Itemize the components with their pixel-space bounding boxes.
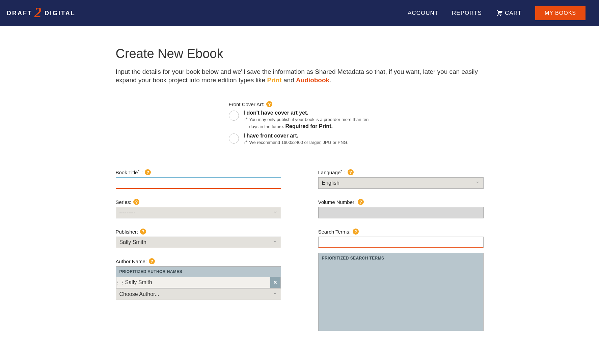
help-icon[interactable]: ?	[149, 258, 155, 264]
field-author: Author Name: ? PRIORITIZED AUTHOR NAMES …	[116, 258, 281, 300]
language-label: Language	[318, 170, 342, 175]
cover-option-have-title: I have front cover art.	[244, 133, 299, 139]
title-rule	[230, 60, 483, 60]
language-value: English	[322, 180, 339, 186]
series-select[interactable]: ---------	[116, 207, 281, 218]
help-icon[interactable]: ?	[358, 199, 364, 205]
nav-reports[interactable]: REPORTS	[452, 10, 482, 17]
cover-option-none-sub: You may only publish if your book is a p…	[249, 117, 371, 130]
search-terms-input[interactable]	[318, 237, 484, 248]
field-search-terms: Search Terms: ? PRIORITIZED SEARCH TERMS	[318, 229, 484, 331]
series-label: Series:	[116, 199, 132, 205]
author-choose-select[interactable]: Choose Author...	[116, 289, 281, 300]
cover-option-none[interactable]: I don't have cover art yet. You may only…	[229, 110, 371, 130]
author-choose-label: Choose Author...	[119, 291, 159, 297]
author-name: Sally Smith	[124, 279, 270, 285]
author-list-item[interactable]: ⋮⋮ Sally Smith ×	[116, 277, 281, 288]
cover-option-have[interactable]: I have front cover art. We recommend 160…	[229, 133, 371, 146]
chevron-down-icon	[475, 180, 480, 186]
intro-print: Print	[267, 77, 281, 84]
volume-input[interactable]	[318, 207, 484, 218]
language-select[interactable]: English	[318, 177, 484, 189]
cart-icon	[495, 9, 503, 18]
help-icon[interactable]: ?	[353, 229, 359, 235]
series-value: ---------	[119, 210, 136, 216]
radio-icon[interactable]	[229, 133, 239, 144]
logo[interactable]: DRAFT 2 DIGITAL	[7, 5, 76, 21]
intro-audio: Audiobook	[296, 77, 329, 84]
search-terms-list-body	[319, 263, 483, 331]
help-icon[interactable]: ?	[140, 229, 146, 235]
app-header: DRAFT 2 DIGITAL ACCOUNT REPORTS CART MY …	[0, 0, 599, 26]
logo-text-right: DIGITAL	[45, 10, 76, 17]
pencil-icon	[244, 117, 248, 130]
field-book-title: Book Title: ?	[116, 169, 281, 189]
volume-label: Volume Number:	[318, 199, 356, 205]
intro-text: Input the details for your book below an…	[116, 68, 484, 84]
logo-text-left: DRAFT	[7, 10, 32, 17]
field-publisher: Publisher: ? Sally Smith	[116, 229, 281, 248]
author-list-header: PRIORITIZED AUTHOR NAMES	[116, 267, 281, 277]
field-language: Language: ? English	[318, 169, 484, 189]
field-volume: Volume Number: ?	[318, 199, 484, 218]
drag-handle-icon[interactable]: ⋮⋮	[116, 280, 124, 285]
publisher-label: Publisher:	[116, 229, 138, 235]
book-title-input[interactable]	[116, 177, 281, 189]
cover-option-have-sub: We recommend 1600x2400 or larger, JPG or…	[249, 140, 349, 146]
chevron-down-icon	[273, 291, 277, 297]
logo-glyph: 2	[34, 4, 43, 21]
field-series: Series: ? ---------	[116, 199, 281, 218]
search-terms-list-header: PRIORITIZED SEARCH TERMS	[319, 253, 483, 263]
publisher-value: Sally Smith	[119, 239, 146, 245]
intro-and: and	[282, 77, 296, 84]
help-icon[interactable]: ?	[133, 199, 139, 205]
page-title: Create New Ebook	[116, 47, 223, 61]
nav-mybooks-button[interactable]: MY BOOKS	[535, 6, 586, 20]
nav-cart[interactable]: CART	[495, 9, 522, 18]
cover-art-label-text: Front Cover Art:	[229, 101, 265, 107]
chevron-down-icon	[273, 210, 277, 216]
search-terms-label: Search Terms:	[318, 229, 351, 235]
publisher-select[interactable]: Sally Smith	[116, 237, 281, 248]
nav-cart-label: CART	[505, 10, 522, 17]
help-icon[interactable]: ?	[348, 169, 354, 175]
book-title-label: Book Title	[116, 170, 140, 175]
cover-art-label: Front Cover Art: ?	[229, 101, 371, 107]
nav-account[interactable]: ACCOUNT	[408, 10, 438, 17]
cover-option-none-title: I don't have cover art yet.	[244, 110, 308, 116]
pencil-icon	[244, 140, 248, 146]
intro-end: .	[329, 77, 331, 84]
author-label: Author Name:	[116, 259, 147, 264]
radio-icon[interactable]	[229, 111, 239, 121]
remove-author-button[interactable]: ×	[270, 277, 280, 288]
chevron-down-icon	[273, 239, 277, 245]
main-content: Create New Ebook Input the details for y…	[109, 26, 490, 344]
help-icon[interactable]: ?	[266, 101, 272, 107]
top-nav: ACCOUNT REPORTS CART MY BOOKS	[408, 6, 586, 20]
help-icon[interactable]: ?	[145, 169, 151, 175]
